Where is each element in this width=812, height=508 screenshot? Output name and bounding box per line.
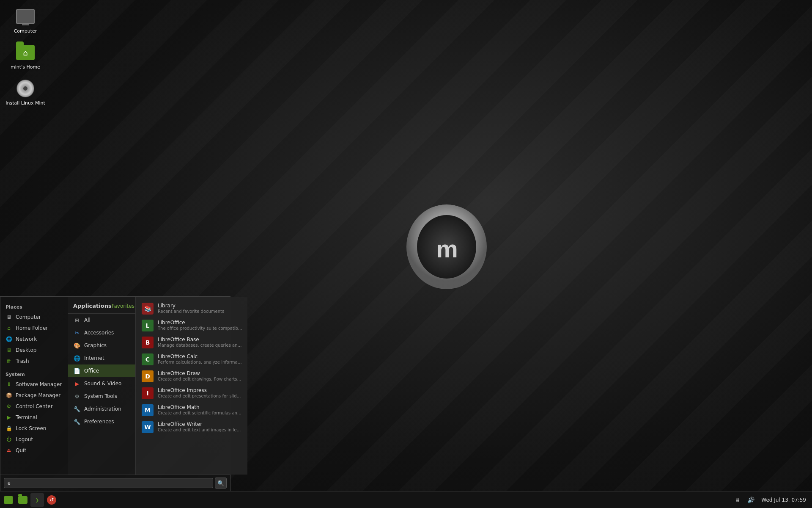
- system-tools-category-icon: ⚙: [73, 392, 81, 400]
- system-label-software-manager: Software Manager: [16, 381, 62, 387]
- system-item-quit[interactable]: ⏏ Quit: [0, 445, 68, 456]
- office-category-icon: 📄: [73, 367, 81, 375]
- libreoffice-writer-app-name: LibreOffice Writer: [158, 421, 242, 427]
- taskbar-datetime[interactable]: Wed Jul 13, 07:59: [760, 496, 808, 504]
- libreoffice-draw-app-icon: D: [142, 370, 154, 382]
- app-item-libreoffice-draw[interactable]: D LibreOffice Draw Create and edit drawi…: [136, 368, 247, 385]
- favorites-link[interactable]: Favorites →: [112, 303, 136, 309]
- app-item-libreoffice-impress[interactable]: I LibreOffice Impress Create and edit pr…: [136, 385, 247, 402]
- category-label-all: All: [84, 317, 91, 323]
- desktop-icon-home[interactable]: ⌂ mint's Home: [8, 40, 42, 72]
- library-app-name: Library: [158, 303, 242, 309]
- desktop-icon-install[interactable]: Install Linux Mint: [8, 76, 42, 108]
- libreoffice-base-app-text: LibreOffice Base Manage databases, creat…: [158, 337, 242, 348]
- libreoffice-draw-app-name: LibreOffice Draw: [158, 370, 242, 376]
- system-item-package-manager[interactable]: 📦 Package Manager: [0, 390, 68, 401]
- category-item-administration[interactable]: 🔧 Administration: [68, 403, 135, 415]
- logout-icon: ⏻: [5, 436, 12, 443]
- category-label-graphics: Graphics: [84, 342, 107, 348]
- system-item-terminal[interactable]: ▶ Terminal: [0, 412, 68, 423]
- terminal-icon: ▶: [5, 414, 12, 421]
- places-item-network[interactable]: 🌐 Network: [0, 334, 68, 345]
- category-label-office: Office: [84, 368, 99, 374]
- libreoffice-base-app-name: LibreOffice Base: [158, 337, 242, 342]
- libreoffice-app-desc: The office productivity suite compatible…: [158, 326, 242, 331]
- system-label-control-center: Control Center: [16, 403, 53, 409]
- places-title: Places: [0, 301, 68, 312]
- home-icon-label: mint's Home: [11, 64, 40, 70]
- libreoffice-math-app-desc: Create and edit scientific formulas and …: [158, 411, 242, 415]
- trash-places-icon: 🗑: [5, 358, 12, 364]
- search-button[interactable]: 🔍: [215, 478, 227, 489]
- category-item-internet[interactable]: 🌐 Internet: [68, 352, 135, 364]
- graphics-category-icon: 🎨: [73, 342, 81, 349]
- libreoffice-writer-app-desc: Create and edit text and images in lette…: [158, 428, 242, 432]
- category-item-all[interactable]: ⊞ All: [68, 314, 135, 326]
- places-label-desktop: Desktop: [16, 347, 37, 353]
- libreoffice-math-app-name: LibreOffice Math: [158, 404, 242, 410]
- system-item-logout[interactable]: ⏻ Logout: [0, 434, 68, 445]
- category-item-sound-video[interactable]: ▶ Sound & Video: [68, 377, 135, 390]
- desktop: Computer ⌂ mint's Home Install Linux Min…: [0, 0, 812, 508]
- libreoffice-app-name: LibreOffice: [158, 320, 242, 326]
- category-label-administration: Administration: [84, 406, 121, 412]
- system-label-package-manager: Package Manager: [16, 392, 60, 398]
- category-item-preferences[interactable]: 🔧 Preferences: [68, 415, 135, 428]
- tray-volume-icon[interactable]: 🔊: [746, 496, 756, 504]
- desktop-places-icon: 🖥: [5, 347, 12, 353]
- libreoffice-base-app-desc: Manage databases, create queries and rep…: [158, 343, 242, 348]
- places-label-home: Home Folder: [16, 325, 48, 331]
- category-label-accessories: Accessories: [84, 330, 114, 336]
- administration-category-icon: 🔧: [73, 405, 81, 413]
- category-item-graphics[interactable]: 🎨 Graphics: [68, 339, 135, 352]
- libreoffice-writer-app-icon: W: [142, 421, 154, 433]
- apps-panel: 📚 Library Recent and favorite documents …: [136, 297, 247, 475]
- category-item-office[interactable]: 📄 Office: [68, 364, 135, 377]
- libreoffice-impress-app-desc: Create and edit presentations for slides…: [158, 394, 242, 398]
- library-app-icon: 📚: [142, 303, 154, 315]
- places-panel: Places 🖥 Computer ⌂ Home Folder 🌐 Networ…: [0, 297, 68, 475]
- places-item-home[interactable]: ⌂ Home Folder: [0, 323, 68, 334]
- internet-category-icon: 🌐: [73, 354, 81, 362]
- all-category-icon: ⊞: [73, 316, 81, 324]
- taskbar-show-desktop[interactable]: [2, 493, 15, 507]
- taskbar-file-manager[interactable]: [16, 493, 30, 507]
- mint-logo: m: [400, 198, 493, 291]
- libreoffice-math-app-text: LibreOffice Math Create and edit scienti…: [158, 404, 242, 415]
- search-bar: 🔍: [0, 475, 230, 491]
- category-item-accessories[interactable]: ✂ Accessories: [68, 326, 135, 339]
- app-item-libreoffice-calc[interactable]: C LibreOffice Calc Perform calculations,…: [136, 351, 247, 368]
- install-icon-label: Install Linux Mint: [5, 100, 45, 106]
- home-places-icon: ⌂: [5, 325, 12, 331]
- system-label-terminal: Terminal: [16, 414, 37, 420]
- libreoffice-app-text: LibreOffice The office productivity suit…: [158, 320, 242, 331]
- computer-places-icon: 🖥: [5, 314, 12, 320]
- tray-screen-icon[interactable]: 🖥: [733, 496, 742, 504]
- taskbar-terminal[interactable]: ❯: [30, 493, 44, 507]
- package-manager-icon: 📦: [5, 392, 12, 399]
- system-item-control-center[interactable]: ⚙ Control Center: [0, 401, 68, 412]
- search-input[interactable]: [4, 478, 213, 488]
- libreoffice-impress-app-text: LibreOffice Impress Create and edit pres…: [158, 387, 242, 398]
- app-item-libreoffice-writer[interactable]: W LibreOffice Writer Create and edit tex…: [136, 419, 247, 436]
- places-item-computer[interactable]: 🖥 Computer: [0, 312, 68, 323]
- category-label-system-tools: System Tools: [84, 393, 117, 399]
- libreoffice-math-app-icon: M: [142, 404, 154, 416]
- taskbar-timeshift[interactable]: ↺: [45, 493, 58, 507]
- libreoffice-calc-app-text: LibreOffice Calc Perform calculations, a…: [158, 353, 242, 364]
- places-label-trash: Trash: [16, 358, 29, 364]
- app-item-libreoffice-math[interactable]: M LibreOffice Math Create and edit scien…: [136, 402, 247, 419]
- app-item-libreoffice[interactable]: L LibreOffice The office productivity su…: [136, 317, 247, 334]
- libreoffice-draw-app-text: LibreOffice Draw Create and edit drawing…: [158, 370, 242, 381]
- desktop-icon-computer[interactable]: Computer: [8, 4, 42, 36]
- app-item-libreoffice-base[interactable]: B LibreOffice Base Manage databases, cre…: [136, 334, 247, 351]
- system-item-lock-screen[interactable]: 🔒 Lock Screen: [0, 423, 68, 434]
- library-app-desc: Recent and favorite documents: [158, 309, 242, 314]
- places-item-trash[interactable]: 🗑 Trash: [0, 356, 68, 367]
- home-folder-icon-image: ⌂: [15, 42, 36, 63]
- app-item-library[interactable]: 📚 Library Recent and favorite documents: [136, 300, 247, 317]
- places-item-desktop[interactable]: 🖥 Desktop: [0, 345, 68, 356]
- category-item-system-tools[interactable]: ⚙ System Tools: [68, 390, 135, 403]
- system-item-software-manager[interactable]: ⬇ Software Manager: [0, 379, 68, 390]
- accessories-category-icon: ✂: [73, 329, 81, 337]
